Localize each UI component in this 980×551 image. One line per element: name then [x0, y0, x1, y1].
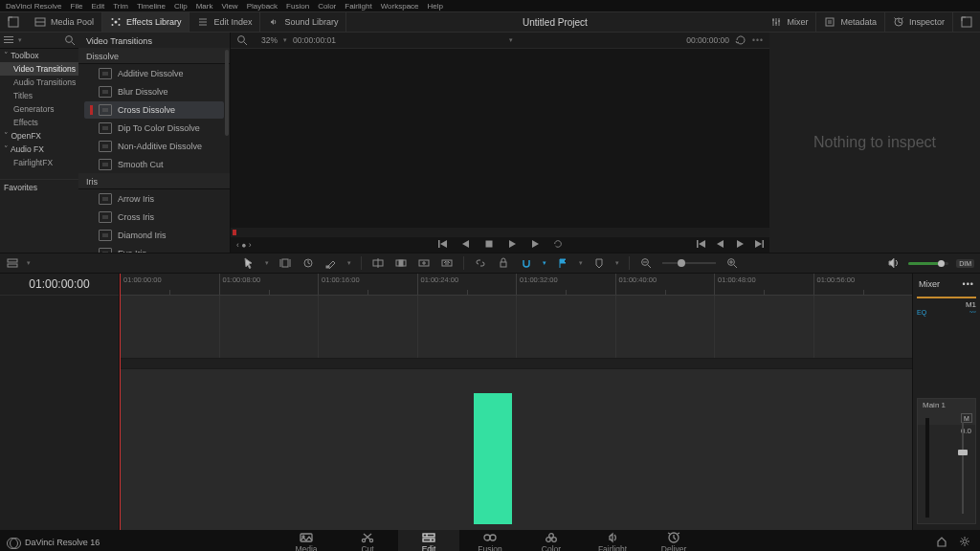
search-icon[interactable] [64, 34, 76, 46]
volume-icon[interactable] [887, 256, 901, 270]
tree-audio-fx[interactable]: Audio FX [0, 143, 78, 156]
prev-frame-button[interactable] [461, 239, 471, 251]
timeline-ruler[interactable]: 01:00:00:0001:00:08:0001:00:16:0001:00:2… [120, 274, 912, 296]
next-edit-button[interactable] [735, 239, 745, 251]
page-tab-edit[interactable]: Edit [398, 530, 459, 551]
master-timecode[interactable]: 01:00:00:00 [0, 274, 119, 296]
page-tab-cut[interactable]: Cut [337, 530, 398, 551]
metadata-button[interactable]: Metadata [816, 12, 885, 32]
insert-clip-icon[interactable] [371, 256, 385, 270]
menu-view[interactable]: View [221, 2, 237, 11]
menu-fairlight[interactable]: Fairlight [345, 2, 371, 11]
fx-cross-dissolve[interactable]: Cross Dissolve [84, 101, 224, 119]
preview-timecode-right[interactable]: 00:00:00:00 [686, 35, 729, 45]
stop-button[interactable] [484, 239, 494, 251]
fx-smooth-cut[interactable]: Smooth Cut [84, 156, 224, 173]
fx-diamond-iris[interactable]: Diamond Iris [84, 227, 224, 244]
fit-to-fill-icon[interactable] [440, 256, 454, 270]
zoom-label[interactable]: 32% [261, 35, 278, 45]
zoom-slider-min-icon[interactable] [639, 256, 653, 270]
page-tab-fusion[interactable]: Fusion [459, 530, 521, 551]
menu-file[interactable]: File [71, 2, 83, 11]
page-tab-deliver[interactable]: Deliver [643, 530, 704, 551]
fx-blur-dissolve[interactable]: Blur Dissolve [84, 83, 224, 100]
page-tab-media[interactable]: Media [276, 530, 337, 551]
link-icon[interactable] [474, 256, 487, 270]
marker-icon[interactable] [592, 256, 606, 270]
page-tab-color[interactable]: Color [521, 530, 582, 551]
mixer-main-strip[interactable]: Main 1 M 0.0 [917, 398, 976, 524]
ruler-tick[interactable]: 01:00:00:00 [120, 274, 219, 295]
ruler-tick[interactable]: 01:00:40:00 [615, 274, 715, 295]
menu-fusion[interactable]: Fusion [286, 2, 309, 11]
dynamic-trim-icon[interactable] [301, 256, 315, 270]
tree-openfx[interactable]: OpenFX [0, 129, 78, 143]
go-end-button[interactable] [754, 239, 764, 251]
tree-titles[interactable]: Titles [0, 89, 78, 102]
flag-icon[interactable] [556, 256, 569, 270]
menu-clip[interactable]: Clip [174, 2, 188, 11]
preview-canvas[interactable] [231, 49, 769, 228]
options-icon[interactable]: ••• [752, 35, 764, 45]
snap-icon[interactable] [520, 256, 533, 270]
tree-menu-icon[interactable] [3, 34, 14, 46]
loop-button[interactable] [553, 239, 563, 251]
menu-timeline[interactable]: Timeline [137, 2, 166, 11]
fx-cross-iris[interactable]: Cross Iris [84, 209, 224, 226]
tree-generators[interactable]: Generators [0, 102, 78, 116]
ruler-tick[interactable]: 01:00:16:00 [318, 274, 417, 295]
fx-arrow-iris[interactable]: Arrow Iris [84, 190, 224, 208]
menu-playback[interactable]: Playback [247, 2, 278, 11]
menu-trim[interactable]: Trim [113, 2, 128, 11]
overwrite-clip-icon[interactable] [394, 256, 408, 270]
ruler-tick[interactable]: 01:00:32:00 [516, 274, 615, 295]
match-frame-icon[interactable]: ‹ ● › [236, 240, 252, 250]
ruler-tick[interactable]: 01:00:08:00 [219, 274, 319, 295]
trim-tool-icon[interactable] [278, 256, 292, 270]
sound-library-button[interactable]: Sound Library [260, 12, 346, 32]
prev-edit-button[interactable] [716, 239, 725, 251]
eq-curve-icon[interactable]: 〰 [969, 309, 976, 316]
page-tab-fairlight[interactable]: Fairlight [582, 530, 643, 551]
dim-button[interactable]: DIM [956, 259, 974, 268]
play-button[interactable] [507, 239, 517, 251]
effects-library-button[interactable]: Effects Library [102, 12, 189, 32]
zoom-slider-max-icon[interactable] [725, 256, 739, 270]
menu-color[interactable]: Color [318, 2, 336, 11]
project-settings-icon[interactable] [959, 536, 970, 549]
preview-scrubber[interactable] [231, 228, 769, 237]
blade-tool-icon[interactable] [324, 256, 338, 270]
fx-non-additive-dissolve[interactable]: Non-Additive Dissolve [84, 138, 224, 155]
fx-dip-to-color-dissolve[interactable]: Dip To Color Dissolve [84, 120, 224, 137]
project-manager-icon[interactable] [936, 536, 947, 549]
tree-audio-transitions[interactable]: Audio Transitions [0, 76, 78, 89]
replace-clip-icon[interactable] [417, 256, 431, 270]
timeline-tracks[interactable]: 01:00:00:0001:00:08:0001:00:16:0001:00:2… [120, 274, 912, 530]
menu-mark[interactable]: Mark [196, 2, 213, 11]
fader[interactable] [962, 422, 964, 514]
effects-scrollbar[interactable] [225, 50, 229, 136]
mixer-track-m1[interactable]: M1 EQ〰 [917, 297, 976, 316]
menu-edit[interactable]: Edit [91, 2, 104, 11]
search-icon[interactable] [236, 34, 248, 46]
playhead[interactable] [120, 274, 121, 530]
tree-effects[interactable]: Effects [0, 116, 78, 129]
preview-timecode-left[interactable]: 00:00:00:01 [293, 35, 336, 45]
selection-tool-icon[interactable] [242, 256, 256, 270]
mixer-options-icon[interactable]: ••• [963, 279, 974, 289]
loop-icon[interactable] [735, 34, 746, 46]
position-lock-icon[interactable] [497, 256, 510, 270]
next-frame-button[interactable] [530, 239, 540, 251]
volume-slider[interactable] [908, 262, 948, 265]
ruler-tick[interactable]: 01:00:24:00 [417, 274, 517, 295]
tree-fairlightfx[interactable]: FairlightFX [0, 156, 78, 169]
fx-additive-dissolve[interactable]: Additive Dissolve [84, 65, 224, 82]
inspector-button[interactable]: Inspector [885, 12, 953, 32]
go-start-button[interactable] [697, 239, 706, 251]
mixer-button[interactable]: Mixer [763, 12, 816, 32]
menu-help[interactable]: Help [428, 2, 443, 11]
zoom-slider[interactable] [662, 262, 716, 264]
tree-toolbox[interactable]: Toolbox [0, 49, 78, 62]
first-frame-button[interactable] [438, 239, 448, 251]
expand-button[interactable] [953, 12, 980, 32]
